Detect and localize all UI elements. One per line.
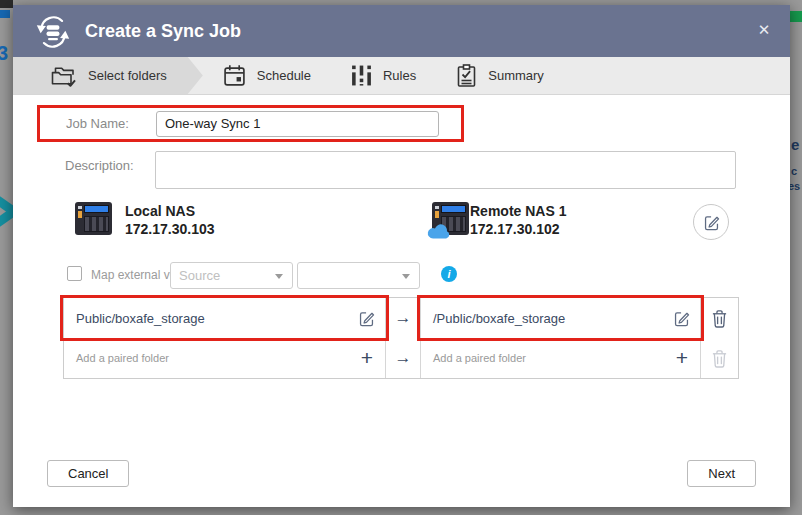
calendar-icon: [223, 64, 246, 87]
local-folder-cell[interactable]: Public/boxafe_storage: [64, 298, 386, 338]
background-artifact: [790, 11, 802, 22]
edit-icon: [673, 310, 690, 327]
plus-icon[interactable]: +: [676, 346, 688, 370]
step-navigation: Select folders Schedule: [13, 57, 790, 95]
add-remote-folder-cell[interactable]: Add a paired folder +: [421, 338, 701, 378]
map-external-volume-checkbox[interactable]: [67, 266, 82, 281]
add-local-folder-cell[interactable]: Add a paired folder +: [64, 338, 386, 378]
remote-folder-cell[interactable]: /Public/boxafe_storage: [421, 298, 701, 338]
edit-remote-folder-button[interactable]: [673, 310, 690, 327]
edit-connection-button[interactable]: [693, 204, 729, 240]
folders-check-icon: [51, 64, 77, 88]
tab-label: Summary: [488, 68, 544, 83]
sync-job-icon: [33, 12, 73, 52]
local-nas-name: Local NAS: [125, 202, 215, 220]
dialog-title: Create a Sync Job: [85, 5, 241, 57]
local-nas-icon: [75, 202, 112, 235]
edit-local-folder-button[interactable]: [358, 310, 375, 327]
chevron-down-icon: [402, 274, 410, 279]
add-folder-placeholder: Add a paired folder: [76, 352, 361, 364]
remote-nas-ip: 172.17.30.102: [470, 220, 566, 238]
remote-nas-info: Remote NAS 1 172.17.30.102: [470, 202, 566, 238]
create-sync-job-dialog: Create a Sync Job ✕ Select folders: [13, 5, 790, 507]
local-nas-ip: 172.17.30.103: [125, 220, 215, 238]
delete-pair-button-disabled: [701, 338, 738, 378]
trash-icon: [711, 349, 728, 368]
job-name-input[interactable]: [156, 111, 439, 137]
sliders-icon: [351, 64, 372, 87]
description-textarea[interactable]: [155, 151, 736, 189]
job-name-label: Job Name:: [66, 116, 156, 131]
background-text-fragment: c: [791, 165, 797, 177]
next-button[interactable]: Next: [687, 460, 756, 487]
plus-icon[interactable]: +: [361, 346, 373, 370]
tab-label: Schedule: [257, 68, 311, 83]
cloud-icon: [426, 223, 450, 239]
job-name-highlight-box: Job Name:: [37, 105, 464, 142]
edit-icon: [703, 214, 720, 231]
remote-nas-icon: [432, 202, 469, 235]
tab-label: Rules: [383, 68, 416, 83]
clipboard-check-icon: [456, 64, 477, 88]
dialog-titlebar: Create a Sync Job ✕: [13, 5, 790, 57]
local-nas-info: Local NAS 172.17.30.103: [125, 202, 215, 238]
chevron-down-icon: [275, 274, 283, 279]
source-dropdown-placeholder: Source: [179, 268, 220, 283]
tab-label: Select folders: [88, 68, 167, 83]
source-dropdown: Source: [170, 262, 293, 289]
tab-summary[interactable]: Summary: [436, 57, 564, 94]
tab-rules[interactable]: Rules: [331, 57, 436, 94]
target-dropdown: [297, 262, 420, 289]
description-label: Description:: [65, 158, 134, 173]
background-artifact: [0, 0, 13, 8]
add-folder-placeholder: Add a paired folder: [433, 352, 676, 364]
sync-direction-arrow: →: [386, 298, 421, 338]
delete-pair-button[interactable]: [701, 298, 738, 338]
tab-schedule[interactable]: Schedule: [203, 57, 331, 94]
edit-icon: [358, 310, 375, 327]
remote-nas-name: Remote NAS 1: [470, 202, 566, 220]
local-folder-path: Public/boxafe_storage: [76, 311, 358, 326]
background-text-fragment: e: [791, 136, 799, 153]
paired-folders-table: Public/boxafe_storage → /Public/boxafe_s…: [63, 297, 739, 379]
background-artifact: [0, 10, 10, 18]
tab-select-folders[interactable]: Select folders: [13, 57, 203, 94]
sync-direction-arrow: →: [386, 338, 421, 378]
background-text-fragment: 3: [0, 42, 8, 65]
cancel-button[interactable]: Cancel: [47, 460, 129, 487]
info-icon[interactable]: i: [441, 266, 457, 282]
close-icon[interactable]: ✕: [752, 18, 776, 42]
remote-folder-path: /Public/boxafe_storage: [433, 311, 673, 326]
trash-icon: [711, 309, 728, 328]
